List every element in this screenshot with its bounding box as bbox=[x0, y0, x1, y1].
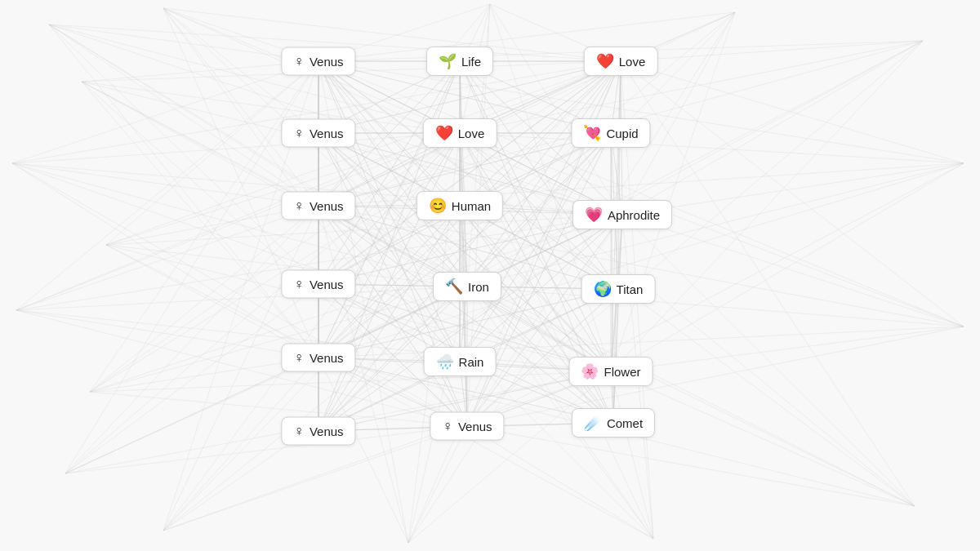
svg-line-258 bbox=[65, 358, 318, 473]
svg-line-292 bbox=[106, 215, 622, 245]
node-emoji-venus3: ♀ bbox=[293, 198, 305, 215]
svg-line-219 bbox=[318, 206, 915, 506]
node-emoji-human: 😊 bbox=[429, 197, 447, 215]
svg-line-233 bbox=[467, 426, 653, 539]
node-love1[interactable]: ❤️Love bbox=[584, 47, 658, 76]
svg-line-294 bbox=[106, 245, 318, 358]
node-label-venus4: Venus bbox=[310, 278, 344, 291]
svg-line-155 bbox=[49, 24, 460, 133]
node-emoji-venus7: ♀ bbox=[442, 418, 453, 435]
node-emoji-venus1: ♀ bbox=[293, 53, 305, 70]
svg-line-24 bbox=[318, 61, 460, 284]
svg-line-194 bbox=[467, 41, 923, 287]
svg-line-206 bbox=[467, 163, 964, 426]
node-aphrodite[interactable]: 💗Aphrodite bbox=[572, 200, 672, 229]
node-label-flower: Flower bbox=[604, 365, 640, 379]
svg-line-242 bbox=[408, 426, 467, 543]
svg-line-203 bbox=[467, 163, 964, 287]
node-emoji-venus2: ♀ bbox=[293, 125, 305, 142]
svg-line-193 bbox=[622, 41, 923, 215]
svg-line-278 bbox=[12, 163, 467, 426]
svg-line-105 bbox=[318, 206, 460, 431]
svg-line-69 bbox=[318, 133, 460, 358]
node-love2[interactable]: ❤️Love bbox=[423, 118, 497, 148]
node-emoji-love1: ❤️ bbox=[596, 52, 614, 70]
node-comet[interactable]: ☄️Comet bbox=[572, 408, 655, 438]
svg-line-158 bbox=[49, 24, 467, 287]
svg-line-202 bbox=[622, 163, 964, 215]
svg-line-82 bbox=[460, 133, 611, 362]
svg-line-250 bbox=[163, 371, 611, 531]
node-label-comet: Comet bbox=[607, 416, 643, 430]
node-emoji-rain: 🌧️ bbox=[436, 353, 454, 371]
node-titan[interactable]: 🌍Titan bbox=[581, 274, 656, 304]
svg-line-208 bbox=[621, 61, 964, 327]
node-emoji-comet: ☄️ bbox=[584, 414, 602, 432]
svg-line-41 bbox=[618, 61, 621, 289]
node-life[interactable]: 🌱Life bbox=[426, 47, 493, 76]
svg-line-180 bbox=[318, 12, 735, 61]
node-rain[interactable]: 🌧️Rain bbox=[424, 347, 497, 376]
node-venus6[interactable]: ♀Venus bbox=[281, 417, 355, 446]
svg-line-191 bbox=[460, 41, 923, 133]
node-venus5[interactable]: ♀Venus bbox=[281, 344, 355, 372]
svg-line-163 bbox=[163, 8, 621, 61]
svg-line-153 bbox=[49, 24, 318, 61]
node-label-venus5: Venus bbox=[310, 351, 344, 365]
svg-line-115 bbox=[467, 215, 622, 426]
svg-line-223 bbox=[611, 371, 915, 506]
node-cupid[interactable]: 💘Cupid bbox=[571, 118, 650, 148]
svg-line-298 bbox=[90, 61, 621, 392]
svg-line-237 bbox=[318, 206, 408, 543]
node-label-iron: Iron bbox=[468, 280, 489, 294]
svg-line-183 bbox=[318, 12, 735, 206]
svg-line-175 bbox=[490, 4, 622, 215]
svg-line-169 bbox=[163, 8, 611, 371]
svg-line-106 bbox=[460, 206, 467, 426]
node-label-venus3: Venus bbox=[310, 199, 344, 213]
node-human[interactable]: 😊Human bbox=[416, 191, 503, 220]
svg-line-204 bbox=[318, 163, 964, 358]
svg-line-211 bbox=[622, 215, 964, 327]
node-emoji-love2: ❤️ bbox=[435, 124, 453, 142]
svg-line-240 bbox=[318, 358, 408, 543]
svg-line-57 bbox=[318, 133, 460, 362]
node-venus7[interactable]: ♀Venus bbox=[430, 412, 504, 441]
svg-line-81 bbox=[318, 133, 611, 358]
svg-line-184 bbox=[622, 12, 735, 215]
svg-line-174 bbox=[318, 4, 490, 206]
svg-line-166 bbox=[163, 8, 622, 215]
svg-line-273 bbox=[12, 163, 318, 206]
node-flower[interactable]: 🌸Flower bbox=[568, 357, 653, 386]
svg-line-241 bbox=[408, 371, 611, 543]
node-venus1[interactable]: ♀Venus bbox=[281, 47, 355, 76]
node-label-love1: Love bbox=[619, 55, 646, 69]
svg-line-205 bbox=[611, 163, 964, 371]
svg-line-214 bbox=[611, 327, 964, 371]
node-venus2[interactable]: ♀Venus bbox=[281, 119, 355, 148]
node-label-venus6: Venus bbox=[310, 424, 344, 438]
svg-line-212 bbox=[467, 287, 964, 327]
svg-line-198 bbox=[318, 61, 964, 163]
node-label-venus1: Venus bbox=[310, 55, 344, 69]
svg-line-165 bbox=[163, 8, 318, 206]
node-venus4[interactable]: ♀Venus bbox=[281, 270, 355, 299]
node-emoji-titan: 🌍 bbox=[594, 280, 612, 298]
svg-line-39 bbox=[318, 61, 621, 284]
node-label-titan: Titan bbox=[617, 282, 644, 296]
svg-line-257 bbox=[65, 287, 467, 473]
svg-line-200 bbox=[460, 133, 964, 163]
node-iron[interactable]: 🔨Iron bbox=[433, 272, 501, 301]
svg-line-247 bbox=[163, 215, 622, 531]
node-emoji-flower: 🌸 bbox=[581, 362, 599, 380]
svg-line-301 bbox=[90, 215, 622, 392]
node-venus3[interactable]: ♀Venus bbox=[281, 192, 355, 220]
svg-line-297 bbox=[90, 61, 318, 392]
svg-line-209 bbox=[460, 133, 964, 327]
node-label-love2: Love bbox=[458, 127, 485, 140]
svg-line-281 bbox=[82, 82, 460, 133]
svg-line-97 bbox=[318, 206, 613, 423]
node-emoji-venus6: ♀ bbox=[293, 423, 305, 440]
svg-line-271 bbox=[12, 61, 621, 163]
svg-line-195 bbox=[318, 41, 923, 358]
